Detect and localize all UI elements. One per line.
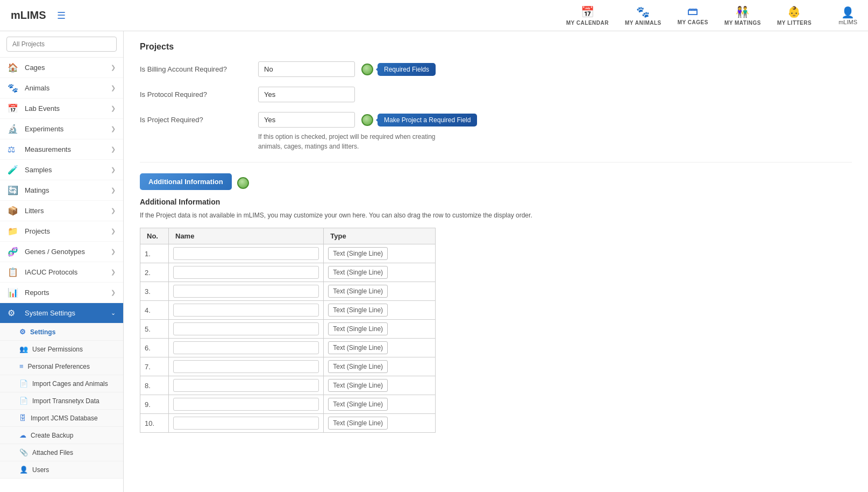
sidebar-sub-import-cages[interactable]: 📄 Import Cages and Animals bbox=[0, 375, 123, 392]
nav-user[interactable]: 👤 mLIMS bbox=[838, 6, 857, 25]
row-type-10: Text (Single Line) bbox=[324, 414, 436, 433]
sidebar-item-iacuc[interactable]: 📋 IACUC Protocols ❯ bbox=[0, 262, 123, 283]
matings-sidebar-icon: 🔄 bbox=[8, 185, 19, 195]
name-input-6[interactable] bbox=[173, 341, 319, 354]
sidebar-item-genes[interactable]: 🧬 Genes / Genotypes ❯ bbox=[0, 242, 123, 262]
sidebar-item-measurements[interactable]: ⚖ Measurements ❯ bbox=[0, 139, 123, 160]
hamburger-icon[interactable]: ☰ bbox=[57, 10, 66, 22]
sidebar-item-reports[interactable]: 📊 Reports ❯ bbox=[0, 283, 123, 303]
row-name-5 bbox=[169, 320, 324, 339]
name-input-5[interactable] bbox=[173, 322, 319, 335]
make-required-dot bbox=[361, 114, 373, 126]
sidebar-sub-personal-preferences[interactable]: ≡ Personal Preferences bbox=[0, 358, 123, 375]
sidebar-item-matings[interactable]: 🔄 Matings ❯ bbox=[0, 180, 123, 201]
type-badge-3: Text (Single Line) bbox=[328, 285, 388, 298]
cages-arrow-icon: ❯ bbox=[111, 64, 116, 71]
name-input-10[interactable] bbox=[173, 417, 319, 430]
table-row: 10. Text (Single Line) bbox=[140, 414, 436, 433]
nav-my-animals[interactable]: 🐾 MY ANIMALS bbox=[625, 5, 661, 26]
main-content: Projects Is Billing Account Required? Re… bbox=[124, 31, 868, 492]
type-badge-2: Text (Single Line) bbox=[328, 266, 388, 279]
nav-items: 📅 MY CALENDAR 🐾 MY ANIMALS 🗃 MY CAGES 👫 … bbox=[566, 5, 857, 26]
additional-info-button[interactable]: Additional Information bbox=[140, 173, 232, 190]
name-input-7[interactable] bbox=[173, 360, 319, 373]
row-name-6 bbox=[169, 339, 324, 357]
sidebar-item-lab-events[interactable]: 📅 Lab Events ❯ bbox=[0, 99, 123, 119]
name-input-8[interactable] bbox=[173, 379, 319, 392]
make-required-tooltip: Make Project a Required Field bbox=[361, 114, 477, 126]
billing-account-row: Is Billing Account Required? Required Fi… bbox=[140, 61, 852, 77]
type-badge-1: Text (Single Line) bbox=[328, 247, 388, 260]
row-no-7: 7. bbox=[140, 357, 169, 376]
sidebar-item-experiments[interactable]: 🔬 Experiments ❯ bbox=[0, 119, 123, 139]
row-no-2: 2. bbox=[140, 263, 169, 282]
project-helper-text: If this option is checked, project will … bbox=[258, 132, 452, 151]
nav-my-litters[interactable]: 👶 MY LITTERS bbox=[777, 5, 812, 26]
row-no-6: 6. bbox=[140, 339, 169, 357]
main-layout: 🏠 Cages ❯ 🐾 Animals ❯ 📅 Lab Events ❯ 🔬 E… bbox=[0, 31, 868, 492]
sidebar-sub-import-jcms[interactable]: 🗄 Import JCMS Database bbox=[0, 410, 123, 427]
row-no-3: 3. bbox=[140, 282, 169, 301]
reports-sidebar-icon: 📊 bbox=[8, 287, 19, 298]
sidebar-item-system-settings[interactable]: ⚙ System Settings ⌄ bbox=[0, 303, 123, 324]
samples-arrow-icon: ❯ bbox=[111, 166, 116, 173]
row-type-8: Text (Single Line) bbox=[324, 376, 436, 395]
import-transnetyx-sub-icon: 📄 bbox=[19, 397, 28, 405]
sidebar-item-projects[interactable]: 📁 Projects ❯ bbox=[0, 221, 123, 242]
name-input-4[interactable] bbox=[173, 304, 319, 317]
sidebar-sub-user-permissions[interactable]: 👥 User Permissions bbox=[0, 341, 123, 358]
sidebar-item-cages[interactable]: 🏠 Cages ❯ bbox=[0, 58, 123, 78]
row-type-1: Text (Single Line) bbox=[324, 244, 436, 263]
type-badge-7: Text (Single Line) bbox=[328, 360, 388, 373]
sidebar-sub-users[interactable]: 👤 Users bbox=[0, 461, 123, 479]
required-fields-box: Required Fields bbox=[378, 63, 436, 76]
litters-arrow-icon: ❯ bbox=[111, 207, 116, 214]
row-type-4: Text (Single Line) bbox=[324, 301, 436, 320]
measurements-arrow-icon: ❯ bbox=[111, 146, 116, 153]
nav-my-cages[interactable]: 🗃 MY CAGES bbox=[678, 5, 708, 25]
animals-sidebar-icon: 🐾 bbox=[8, 83, 19, 93]
row-name-3 bbox=[169, 282, 324, 301]
brand-logo: mLIMS bbox=[11, 9, 46, 22]
table-row: 6. Text (Single Line) bbox=[140, 339, 436, 357]
row-name-10 bbox=[169, 414, 324, 433]
sidebar-item-animals[interactable]: 🐾 Animals ❯ bbox=[0, 78, 123, 99]
table-header-name: Name bbox=[169, 228, 324, 244]
name-input-1[interactable] bbox=[173, 247, 319, 260]
search-input[interactable] bbox=[6, 37, 117, 52]
sidebar-sub-attached-files[interactable]: 📎 Attached Files bbox=[0, 444, 123, 461]
sidebar-item-litters[interactable]: 📦 Litters ❯ bbox=[0, 201, 123, 221]
matings-icon: 👫 bbox=[736, 5, 750, 18]
protocol-input[interactable] bbox=[258, 87, 355, 102]
user-permissions-sub-icon: 👥 bbox=[19, 345, 28, 353]
sidebar: 🏠 Cages ❯ 🐾 Animals ❯ 📅 Lab Events ❯ 🔬 E… bbox=[0, 31, 124, 492]
nav-my-calendar[interactable]: 📅 MY CALENDAR bbox=[566, 5, 609, 26]
sidebar-sub-create-backup[interactable]: ☁ Create Backup bbox=[0, 427, 123, 444]
section-divider bbox=[140, 162, 852, 163]
system-settings-submenu: ⚙ Settings 👥 User Permissions ≡ Personal… bbox=[0, 324, 123, 479]
billing-label: Is Billing Account Required? bbox=[140, 65, 258, 73]
sidebar-item-samples[interactable]: 🧪 Samples ❯ bbox=[0, 160, 123, 180]
top-nav: mLIMS ☰ 📅 MY CALENDAR 🐾 MY ANIMALS 🗃 MY … bbox=[0, 0, 868, 31]
iacuc-arrow-icon: ❯ bbox=[111, 269, 116, 276]
table-row: 3. Text (Single Line) bbox=[140, 282, 436, 301]
sidebar-sub-import-transnetyx[interactable]: 📄 Import Transnetyx Data bbox=[0, 392, 123, 410]
name-input-9[interactable] bbox=[173, 398, 319, 411]
name-input-3[interactable] bbox=[173, 285, 319, 298]
experiments-sidebar-icon: 🔬 bbox=[8, 124, 19, 134]
sidebar-sub-settings[interactable]: ⚙ Settings bbox=[0, 324, 123, 341]
protocol-row: Is Protocol Required? bbox=[140, 87, 852, 102]
row-type-6: Text (Single Line) bbox=[324, 339, 436, 357]
nav-my-matings[interactable]: 👫 MY MATINGS bbox=[724, 5, 761, 26]
additional-info-title: Additional Information bbox=[140, 198, 852, 206]
row-type-9: Text (Single Line) bbox=[324, 395, 436, 414]
section-projects-title: Projects bbox=[140, 42, 852, 52]
name-input-2[interactable] bbox=[173, 266, 319, 279]
table-header-no: No. bbox=[140, 228, 169, 244]
users-sub-icon: 👤 bbox=[19, 466, 28, 474]
make-required-box: Make Project a Required Field bbox=[378, 114, 477, 126]
calendar-icon: 📅 bbox=[581, 5, 595, 18]
billing-input[interactable] bbox=[258, 61, 355, 77]
row-name-2 bbox=[169, 263, 324, 282]
project-required-input[interactable] bbox=[258, 112, 355, 128]
